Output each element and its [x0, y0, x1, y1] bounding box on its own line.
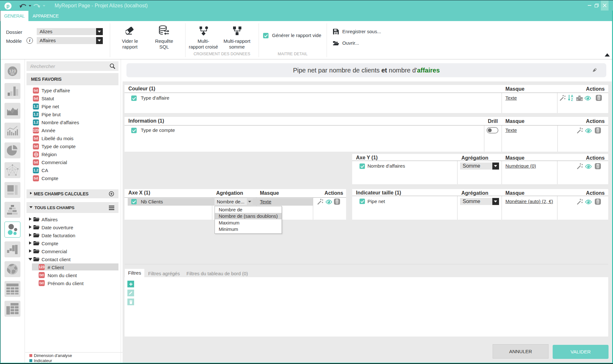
svg-text:2: 2 — [577, 98, 578, 101]
svg-text:1: 1 — [579, 96, 580, 99]
svg-text:Z: Z — [571, 98, 573, 101]
svg-text:123: 123 — [9, 69, 16, 73]
svg-text:3: 3 — [581, 98, 582, 101]
